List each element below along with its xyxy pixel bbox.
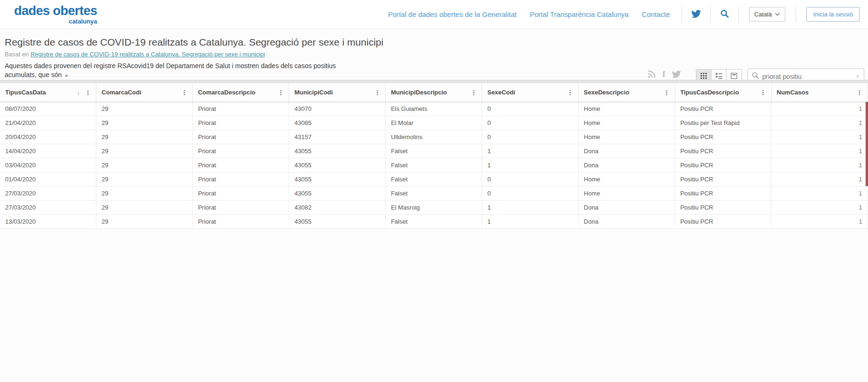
- cell-ComarcaCodi: 29: [96, 130, 193, 144]
- cell-NumCasos: 1: [772, 215, 868, 228]
- table-row[interactable]: 13/03/202029Priorat43055Falset1DonaPosit…: [0, 215, 868, 229]
- cell-SexeCodi: 1: [482, 201, 578, 214]
- clear-search-icon[interactable]: ×: [856, 73, 860, 80]
- column-menu-icon[interactable]: ⋮: [855, 89, 864, 96]
- dataset-description: Aquestes dades provenen del registre RSA…: [5, 62, 369, 80]
- cell-NumCasos: 1: [772, 116, 868, 130]
- column-menu-icon[interactable]: ⋮: [84, 89, 92, 96]
- cell-MunicipiCodi: 43070: [289, 102, 386, 116]
- cell-TipusCasData: 13/03/2020: [0, 215, 96, 228]
- rss-icon[interactable]: [648, 70, 656, 78]
- logo-title: dades obertes: [14, 5, 97, 17]
- nav-divider: [681, 7, 682, 23]
- top-nav-links: Portal de dades obertes de la Generalita…: [381, 10, 677, 18]
- expand-description-icon[interactable]: ▸: [65, 72, 68, 78]
- cell-TipusCasDescripcio: Positiu PCR: [675, 144, 772, 158]
- table-row[interactable]: 27/03/202029Priorat43082El Masroig1DonaP…: [0, 201, 868, 215]
- caret-down-icon: [775, 13, 780, 16]
- column-header-NumCasos[interactable]: NumCasos⋮: [772, 83, 868, 101]
- list-view-icon: [716, 73, 722, 79]
- cell-SexeDescripcio: Home: [579, 116, 675, 130]
- based-on-link[interactable]: Registre de casos de COVID-19 realitzats…: [31, 51, 265, 58]
- cell-MunicipiDescripcio: El Masroig: [386, 201, 482, 214]
- facebook-icon[interactable]: f: [663, 70, 665, 78]
- table-row[interactable]: 20/04/202029Priorat43157Ulldemolins0Home…: [0, 130, 868, 144]
- nav-link-portal-transparència-catalunya[interactable]: Portal Transparència Catalunya: [530, 10, 629, 18]
- cell-TipusCasDescripcio: Positiu PCR: [675, 172, 772, 186]
- cell-MunicipiCodi: 43082: [289, 201, 386, 214]
- cell-MunicipiCodi: 43157: [289, 130, 386, 144]
- top-bar: dades obertes catalunya Portal de dades …: [0, 0, 868, 29]
- column-menu-icon[interactable]: ⋮: [469, 89, 478, 96]
- column-menu-icon[interactable]: ⋮: [373, 89, 381, 96]
- cell-SexeCodi: 0: [482, 130, 578, 144]
- search-icon: [720, 9, 729, 19]
- data-grid: TipusCasData↓⋮ComarcaCodi⋮ComarcaDescrip…: [0, 80, 868, 229]
- column-label: MunicipiCodi: [294, 89, 373, 96]
- cell-SexeDescripcio: Dona: [579, 201, 675, 214]
- cell-ComarcaCodi: 29: [96, 172, 193, 186]
- cell-ComarcaDescripcio: Priorat: [193, 144, 289, 158]
- cell-MunicipiDescripcio: Ulldemolins: [386, 130, 482, 144]
- cell-TipusCasData: 27/03/2020: [0, 201, 96, 214]
- table-row[interactable]: 14/04/202029Priorat43055Falset1DonaPosit…: [0, 144, 868, 158]
- cell-ComarcaDescripcio: Priorat: [193, 116, 289, 130]
- column-header-MunicipiCodi[interactable]: MunicipiCodi⋮: [289, 83, 386, 101]
- description-line-1: Aquestes dades provenen del registre RSA…: [5, 62, 369, 80]
- column-header-TipusCasDescripcio[interactable]: TipusCasDescripcio⋮: [675, 83, 772, 101]
- column-header-SexeDescripcio[interactable]: SexeDescripcio⋮: [579, 83, 675, 101]
- cell-ComarcaCodi: 29: [96, 102, 193, 116]
- based-on-prefix: Basat en: [5, 51, 29, 58]
- column-menu-icon[interactable]: ⋮: [276, 89, 285, 96]
- cell-MunicipiDescripcio: Falset: [386, 158, 482, 172]
- nav-divider: [710, 7, 711, 23]
- column-header-SexeCodi[interactable]: SexeCodi⋮: [482, 83, 578, 101]
- table-row[interactable]: 01/04/202029Priorat43055Falset0HomePosit…: [0, 172, 868, 187]
- cell-MunicipiDescripcio: Falset: [386, 144, 482, 158]
- table-row[interactable]: 03/04/202029Priorat43055Falset1DonaPosit…: [0, 158, 868, 172]
- grid-top-bar: [0, 80, 868, 83]
- column-menu-icon[interactable]: ⋮: [663, 89, 671, 96]
- cell-MunicipiCodi: 43055: [289, 158, 386, 172]
- card-view-icon: [731, 73, 737, 79]
- column-header-ComarcaDescripcio[interactable]: ComarcaDescripcio⋮: [193, 83, 289, 101]
- signin-button[interactable]: Inicia la sessió: [806, 7, 860, 22]
- table-row[interactable]: 21/04/202029Priorat43085El Molar0HomePos…: [0, 116, 868, 130]
- twitter-share-icon[interactable]: [672, 70, 681, 78]
- cell-ComarcaCodi: 29: [96, 144, 193, 158]
- table-row[interactable]: 08/07/202029Priorat43070Els Guiamets0Hom…: [0, 102, 868, 116]
- cell-TipusCasDescripcio: Positiu PCR: [675, 201, 772, 214]
- column-menu-icon[interactable]: ⋮: [180, 89, 189, 96]
- cell-NumCasos: 1: [772, 144, 868, 158]
- cell-ComarcaDescripcio: Priorat: [193, 102, 289, 116]
- nav-link-contacte[interactable]: Contacte: [642, 10, 670, 18]
- nav-link-portal-de-dades-obertes-de-la-generalitat[interactable]: Portal de dades obertes de la Generalita…: [388, 10, 517, 18]
- cell-MunicipiCodi: 43055: [289, 172, 386, 186]
- cell-ComarcaCodi: 29: [96, 201, 193, 214]
- column-header-ComarcaCodi[interactable]: ComarcaCodi⋮: [96, 83, 193, 101]
- cell-MunicipiDescripcio: El Molar: [386, 116, 482, 130]
- column-menu-icon[interactable]: ⋮: [759, 89, 767, 96]
- site-search-button[interactable]: [716, 8, 734, 21]
- cell-MunicipiDescripcio: Falset: [386, 172, 482, 186]
- dataset-search-input[interactable]: [762, 73, 856, 80]
- language-selector[interactable]: Català: [749, 7, 786, 22]
- nav-divider: [796, 7, 796, 23]
- table-row[interactable]: 27/03/202029Priorat43055Falset0HomePosit…: [0, 187, 868, 201]
- logo-subtitle: catalunya: [14, 18, 97, 24]
- column-menu-icon[interactable]: ⋮: [566, 89, 575, 96]
- cell-NumCasos: 1: [772, 130, 868, 144]
- column-header-MunicipiDescripcio[interactable]: MunicipiDescripcio⋮: [386, 83, 482, 101]
- column-label: ComarcaDescripcio: [198, 89, 276, 96]
- cell-ComarcaDescripcio: Priorat: [193, 201, 289, 214]
- cell-SexeCodi: 1: [482, 215, 578, 228]
- sort-descending-icon[interactable]: ↓: [77, 89, 80, 96]
- cell-MunicipiCodi: 43055: [289, 187, 386, 200]
- cell-NumCasos: 1: [772, 158, 868, 172]
- twitter-button[interactable]: [687, 8, 706, 21]
- site-logo[interactable]: dades obertes catalunya: [14, 5, 97, 24]
- cell-MunicipiDescripcio: Falset: [386, 215, 482, 228]
- column-header-TipusCasData[interactable]: TipusCasData↓⋮: [0, 83, 96, 101]
- cell-TipusCasDescripcio: Positiu per Test Ràpid: [675, 116, 772, 130]
- column-label: MunicipiDescripcio: [391, 89, 469, 96]
